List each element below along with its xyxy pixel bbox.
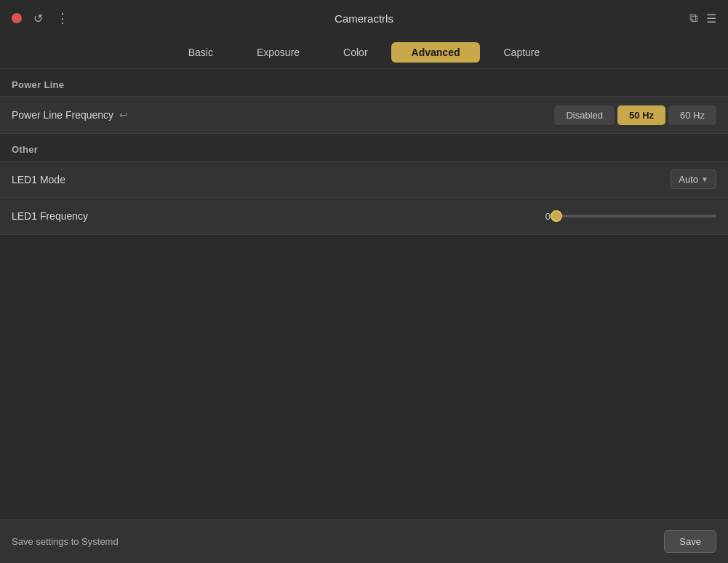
tab-exposure[interactable]: Exposure — [236, 42, 320, 63]
app-title: Cameractrls — [335, 12, 393, 25]
other-section-header: Other — [0, 134, 728, 161]
footer: Save settings to Systemd Save — [0, 519, 728, 563]
led1-mode-controls: Auto ▼ — [671, 169, 716, 189]
freq-60hz-button[interactable]: 60 Hz — [668, 105, 716, 125]
freq-50hz-button[interactable]: 50 Hz — [617, 105, 665, 125]
other-section-body: LED1 Mode Auto ▼ LED1 Frequency 0 — [0, 161, 728, 235]
chevron-down-icon: ▼ — [701, 175, 708, 183]
tab-capture[interactable]: Capture — [483, 42, 560, 63]
freq-disabled-button[interactable]: Disabled — [554, 105, 615, 125]
power-line-frequency-text: Power Line Frequency — [12, 109, 113, 121]
power-line-section-header: Power Line — [0, 69, 728, 96]
led1-frequency-value: 0 — [539, 211, 551, 222]
led1-mode-label: LED1 Mode — [12, 174, 671, 185]
window-controls: ↺ ⋮ — [12, 9, 71, 27]
led1-frequency-row: LED1 Frequency 0 — [0, 198, 728, 234]
power-line-frequency-row: Power Line Frequency ↩ Disabled 50 Hz 60… — [0, 97, 728, 133]
led1-frequency-text: LED1 Frequency — [12, 210, 88, 222]
led1-mode-value: Auto — [679, 174, 698, 185]
led1-mode-row: LED1 Mode Auto ▼ — [0, 161, 728, 198]
titlebar-right-controls: ⧉ ☰ — [689, 12, 716, 25]
power-line-frequency-label: Power Line Frequency ↩ — [12, 109, 554, 121]
tab-bar: Basic Exposure Color Advanced Capture — [0, 36, 728, 69]
refresh-button[interactable]: ↺ — [29, 9, 47, 27]
tab-color[interactable]: Color — [323, 42, 388, 63]
footer-label: Save settings to Systemd — [12, 536, 119, 547]
led1-frequency-slider-track[interactable] — [556, 215, 716, 217]
menu-button[interactable]: ⋮ — [54, 9, 71, 27]
hamburger-button[interactable]: ☰ — [706, 12, 716, 25]
power-line-section-body: Power Line Frequency ↩ Disabled 50 Hz 60… — [0, 96, 728, 134]
main-content: Power Line Power Line Frequency ↩ Disabl… — [0, 69, 728, 235]
power-line-frequency-controls: Disabled 50 Hz 60 Hz — [554, 105, 716, 125]
close-button[interactable] — [12, 13, 22, 23]
save-button[interactable]: Save — [664, 530, 716, 553]
tab-advanced[interactable]: Advanced — [391, 42, 481, 63]
led1-frequency-label: LED1 Frequency — [12, 210, 364, 222]
titlebar: ↺ ⋮ Cameractrls ⧉ ☰ — [0, 0, 728, 36]
led1-frequency-slider-thumb[interactable] — [551, 210, 562, 222]
led1-frequency-slider-container: 0 — [364, 211, 717, 222]
led1-mode-dropdown[interactable]: Auto ▼ — [671, 169, 716, 189]
window-mode-button[interactable]: ⧉ — [689, 12, 697, 25]
tab-basic[interactable]: Basic — [168, 42, 233, 63]
power-line-frequency-reset[interactable]: ↩ — [119, 109, 128, 121]
led1-mode-text: LED1 Mode — [12, 174, 65, 185]
